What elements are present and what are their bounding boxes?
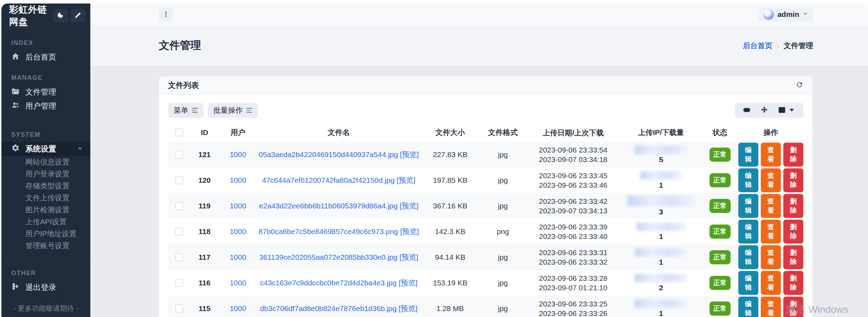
edit-button[interactable]: 编辑 [738, 194, 758, 218]
col-header-dates: 上传日期/上次下载 [526, 128, 621, 137]
user-link[interactable]: 1000 [230, 150, 246, 158]
filename-link[interactable]: 47c644a7ef61200742fa80a2f42150d.jpg [262, 176, 395, 184]
row-checkbox[interactable] [175, 176, 183, 184]
submenu-item-image-check[interactable]: 图片检测设置 [1, 204, 90, 216]
row-checkbox[interactable] [175, 151, 183, 158]
move-button[interactable] [760, 106, 768, 115]
sidebar-item-files[interactable]: 文件管理 [1, 85, 90, 99]
submenu-item-user-login[interactable]: 用户登录设置 [1, 168, 90, 180]
filename-link[interactable]: 361139ce202055aa072e2085bb330e0.jpg [259, 253, 397, 261]
file-id: 120 [190, 176, 219, 185]
submenu-item-storage-type[interactable]: 存储类型设置 [1, 180, 90, 192]
preview-link[interactable]: [预览] [400, 253, 419, 261]
file-size: 94.14 KB [420, 253, 480, 261]
sidebar-item-users[interactable]: 用户管理 [1, 99, 90, 113]
edit-button[interactable]: 编辑 [738, 143, 758, 167]
menu-dropdown-button[interactable]: 菜单 [168, 103, 203, 118]
view-button[interactable]: 查看 [761, 245, 781, 269]
view-button[interactable]: 查看 [761, 194, 781, 218]
status-badge: 正常 [710, 302, 731, 316]
batch-actions-button[interactable]: 批量操作 [208, 103, 258, 118]
status-badge: 正常 [710, 148, 731, 162]
edit-button[interactable]: 编辑 [738, 271, 758, 295]
view-button[interactable]: 查看 [761, 143, 781, 167]
app-window: 彩虹外链网盘 INDEX 后台首页 [1, 4, 868, 317]
filename-link[interactable]: c43c163e7c9ddccbc0be72d4d2ba4e3.jpg [260, 279, 397, 287]
file-dates: 2023-09-06 23:33:42 2023-09-07 03:34:13 [526, 196, 621, 215]
row-checkbox[interactable] [175, 202, 183, 210]
delete-button[interactable]: 删除 [783, 220, 803, 244]
delete-button[interactable]: 删除 [783, 143, 803, 167]
nav-section-other: OTHER 退出登录 [1, 260, 90, 295]
sidebar-item-dashboard[interactable]: 后台首页 [1, 50, 90, 64]
user-menu[interactable]: admin [758, 7, 813, 21]
edit-button[interactable]: 编辑 [738, 168, 758, 192]
row-checkbox[interactable] [175, 279, 183, 287]
filename-link[interactable]: 87b0ca6be7c5be8469857ce49c6c973.png [259, 227, 398, 235]
user-link[interactable]: 1000 [230, 176, 246, 184]
upload-date: 2023-09-06 23:33:28 [526, 273, 621, 283]
kebab-menu-button[interactable] [159, 7, 173, 21]
delete-button[interactable]: 删除 [783, 271, 803, 295]
edit-button[interactable]: 编辑 [738, 245, 758, 269]
chevron-down-icon [803, 11, 808, 18]
edit-button[interactable]: 编辑 [738, 220, 758, 244]
theme-brush-button[interactable] [71, 9, 85, 22]
section-label: OTHER [1, 270, 90, 277]
submenu-item-site-info[interactable]: 网站信息设置 [1, 156, 90, 168]
preview-link[interactable]: [预览] [400, 227, 419, 235]
upload-date: 2023-09-06 23:33:25 [526, 299, 621, 309]
table-layout-button[interactable] [778, 106, 796, 115]
file-size: 227.83 KB [420, 150, 480, 159]
submenu-item-file-upload[interactable]: 文件上传设置 [1, 192, 90, 204]
user-link[interactable]: 1000 [230, 279, 246, 287]
edit-button[interactable]: 编辑 [738, 297, 758, 317]
breadcrumb-home-link[interactable]: 后台首页 [743, 41, 772, 51]
user-link[interactable]: 1000 [230, 227, 246, 235]
submenu-item-user-ip[interactable]: 用户IP地址设置 [1, 228, 90, 240]
refresh-button[interactable] [796, 81, 803, 90]
toggle-columns-button[interactable] [743, 106, 751, 115]
select-all-checkbox[interactable] [175, 129, 183, 136]
view-button[interactable]: 查看 [761, 168, 781, 192]
nav-section-manage: MANAGE 文件管理 用户管理 [1, 74, 90, 113]
file-format: png [480, 227, 526, 236]
user-link[interactable]: 1000 [230, 304, 246, 312]
sidebar: 彩虹外链网盘 INDEX 后台首页 [1, 4, 90, 317]
table-row: 118 1000 87b0ca6be7c5be8469857ce49c6c973… [168, 219, 803, 244]
preview-link[interactable]: [预览] [399, 304, 418, 312]
redacted-ip [636, 222, 686, 231]
filename-link[interactable]: 05a3aeda2b4220469150d440937a544.jpg [259, 150, 398, 158]
sidebar-header: 彩虹外链网盘 [1, 4, 90, 28]
user-link[interactable]: 1000 [230, 253, 246, 261]
filename-link[interactable]: db3c706df7ad8e0b824e7876eb1d36b.jpg [260, 304, 397, 312]
view-button[interactable]: 查看 [761, 271, 781, 295]
file-dates: 2023-09-06 23:33:31 2023-09-06 23:33:32 [526, 248, 621, 267]
status-badge: 正常 [710, 276, 731, 290]
preview-link[interactable]: [预览] [399, 279, 418, 287]
sidebar-item-label: 后台首页 [25, 52, 56, 63]
redacted-ip [627, 196, 695, 206]
filename-link[interactable]: e2a43d22ee6bb6b11b06053979d86a4.jpg [259, 202, 397, 210]
dark-mode-button[interactable] [53, 9, 68, 22]
view-button[interactable]: 查看 [761, 297, 781, 317]
submenu-item-upload-api[interactable]: 上传API设置 [1, 216, 90, 228]
last-download-date: 2023-09-07 01:21:10 [526, 283, 621, 292]
preview-link[interactable]: [预览] [400, 202, 419, 210]
sidebar-item-logout[interactable]: 退出登录 [1, 280, 90, 295]
preview-link[interactable]: [预览] [397, 176, 416, 184]
delete-button[interactable]: 删除 [783, 194, 803, 218]
top-navbar: admin [90, 4, 868, 25]
view-button[interactable]: 查看 [761, 220, 781, 244]
row-checkbox[interactable] [175, 253, 183, 261]
delete-button[interactable]: 删除 [783, 168, 803, 192]
submenu-item-admin-account[interactable]: 管理账号设置 [1, 240, 90, 252]
sidebar-item-settings[interactable]: 系统设置 [1, 142, 90, 156]
delete-button[interactable]: 删除 [783, 245, 803, 269]
preview-link[interactable]: [预览] [400, 150, 419, 158]
sidebar-item-label: 系统设置 [25, 144, 56, 154]
file-size: 197.85 KB [420, 176, 480, 185]
user-link[interactable]: 1000 [230, 202, 246, 210]
row-checkbox[interactable] [175, 228, 183, 235]
row-checkbox[interactable] [175, 305, 183, 312]
